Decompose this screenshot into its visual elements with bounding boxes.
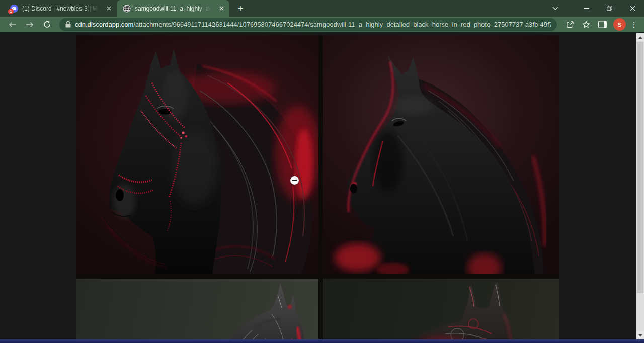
url-domain: cdn.discordapp.com	[75, 21, 133, 28]
notification-badge: 1	[8, 9, 14, 14]
tab-search-chevron-icon[interactable]	[545, 0, 566, 17]
tab-title: samgoodwill-11_a_highly_detaile	[135, 5, 213, 12]
close-window-button[interactable]	[621, 0, 644, 17]
tab-image-active[interactable]: samgoodwill-11_a_highly_detaile	[117, 0, 229, 17]
scroll-up-button[interactable]	[636, 33, 644, 41]
window-controls	[545, 0, 644, 17]
tab-discord[interactable]: 1 (1) Discord | #newbies-3 | Midjou	[4, 0, 117, 17]
image-quadrant-top-right	[323, 35, 559, 274]
tab-strip: 1 (1) Discord | #newbies-3 | Midjou samg…	[0, 0, 248, 17]
reload-button[interactable]	[39, 18, 54, 32]
page-content	[0, 33, 644, 343]
new-tab-button[interactable]: +	[233, 2, 248, 16]
horse-illustration-bottom-left	[76, 279, 318, 343]
minimize-button[interactable]	[575, 0, 598, 17]
zoom-out-cursor-icon	[290, 176, 299, 185]
tab-close-icon[interactable]	[217, 5, 225, 13]
profile-avatar[interactable]: S	[613, 18, 626, 31]
scrollbar-thumb[interactable]	[637, 42, 643, 293]
forward-button[interactable]	[22, 18, 37, 32]
horse-illustration-top-right	[323, 35, 559, 274]
triangle-up-icon	[638, 36, 642, 39]
horse-illustration-bottom-right	[323, 279, 559, 343]
browser-titlebar: 1 (1) Discord | #newbies-3 | Midjou samg…	[0, 0, 644, 17]
horse-illustration-top-left	[76, 35, 318, 274]
share-icon[interactable]	[563, 18, 577, 32]
image-quadrant-bottom-left	[76, 279, 318, 343]
image-quadrant-bottom-right	[323, 279, 559, 343]
tab-title: (1) Discord | #newbies-3 | Midjou	[22, 5, 101, 12]
restore-button[interactable]	[598, 0, 621, 17]
scroll-down-button[interactable]	[636, 331, 644, 339]
browser-toolbar: cdn.discordapp.com/attachments/966491171…	[0, 17, 644, 33]
side-panel-icon[interactable]	[595, 18, 609, 32]
tab-close-icon[interactable]	[105, 5, 113, 13]
discord-favicon-icon: 1	[10, 5, 18, 13]
globe-favicon-icon	[123, 5, 131, 13]
url-text: cdn.discordapp.com/attachments/966491171…	[75, 21, 551, 28]
address-bar[interactable]: cdn.discordapp.com/attachments/966491171…	[59, 18, 557, 31]
star-icon[interactable]	[579, 18, 593, 32]
vertical-scrollbar[interactable]	[636, 33, 644, 339]
image-quadrant-top-left	[76, 35, 318, 274]
bottom-blue-bar	[0, 339, 644, 343]
triangle-down-icon	[638, 334, 642, 337]
back-button[interactable]	[5, 18, 20, 32]
generated-image-grid[interactable]	[76, 35, 559, 343]
url-path: /attachments/966491171142631444/10769580…	[133, 21, 551, 28]
lock-icon[interactable]	[65, 21, 71, 28]
menu-three-dots-icon[interactable]: ⋮	[629, 20, 639, 29]
